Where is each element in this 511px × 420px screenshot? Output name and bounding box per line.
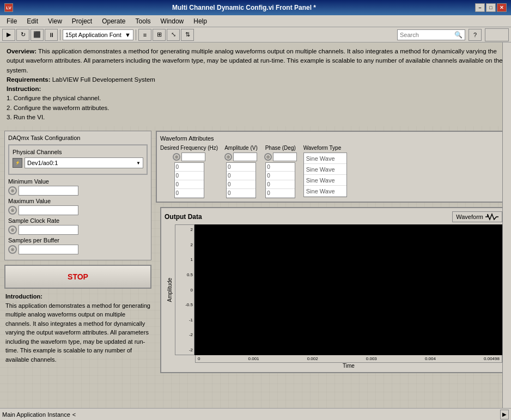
freq-item-3: 0 [175, 189, 204, 198]
chart-outer: Amplitude 2 2 1 0.5 0 -0.5 -1 -2 -2 [165, 224, 502, 369]
scroll-right-btn[interactable]: ▶ [500, 410, 509, 419]
phase-group: Phase (Deg) ◎ 0 0 0 0 0 [264, 145, 297, 198]
max-input-row: ◎ 10.00 [8, 205, 148, 215]
search-icon: 🔍 [454, 31, 463, 39]
title-bar: LV Multi Channel Dynamic Config.vi Front… [0, 0, 511, 15]
samples-buffer-input[interactable]: 1000 [19, 245, 78, 254]
labview-logo [485, 28, 509, 41]
menu-edit[interactable]: Edit [22, 16, 42, 27]
run-continuously-button[interactable]: ↻ [16, 29, 29, 41]
distribute-button[interactable]: ⊞ [153, 29, 166, 41]
waveform-type-item-2: Sine Wave [304, 175, 346, 186]
amp-input[interactable]: 0 [233, 153, 257, 161]
min-knob[interactable]: ◎ [8, 186, 17, 195]
samples-buffer-input-row: ◎ 1000 [8, 245, 148, 254]
x-axis-ticks: 0 0.001 0.002 0.003 0.004 0.00498 [195, 355, 502, 363]
waveform-btn-label: Waveform [456, 214, 483, 220]
menu-file[interactable]: File [2, 16, 21, 27]
toolbar-sep2 [136, 29, 136, 40]
x-tick-3: 0.003 [366, 356, 377, 361]
y-tick-2: 1 [191, 257, 193, 262]
max-value-input[interactable]: 10.00 [19, 205, 78, 215]
freq-input[interactable]: 0 [181, 153, 205, 161]
abort-button[interactable]: ⬛ [31, 29, 44, 41]
freq-knob-row: ◎ 0 [173, 153, 205, 161]
introduction-area: Introduction: This application demonstra… [4, 292, 151, 364]
x-tick-4: 0.004 [425, 356, 436, 361]
font-dropdown-arrow: ▼ [125, 32, 131, 38]
samples-buffer-knob[interactable]: ◎ [8, 245, 17, 254]
waveform-type-list: Sine Wave Sine Wave Sine Wave Sine Wave [303, 153, 347, 197]
waveform-btn[interactable]: Waveform [452, 211, 502, 222]
status-text: Main Application Instance [2, 411, 70, 418]
maximize-button[interactable]: □ [486, 3, 496, 12]
y-tick-0: 2 [191, 227, 193, 232]
toolbar: ▶ ↻ ⬛ ⏸ 15pt Application Font ▼ ≡ ⊞ ⤡ ⇅ … [0, 27, 511, 42]
intro-text: This application demonstrates a method f… [5, 302, 150, 363]
align-button[interactable]: ≡ [138, 29, 151, 41]
freq-item-2: 0 [175, 180, 204, 189]
y-tick-8: -2 [189, 348, 193, 352]
waveform-attrs-row: Desired Frequency (Hz) ◎ 0 0 0 0 0 [160, 145, 502, 198]
channel-dropdown[interactable]: Dev1/ao0:1 ▼ [25, 157, 143, 168]
phase-input[interactable]: 0 [273, 153, 297, 161]
max-knob[interactable]: ◎ [8, 206, 17, 215]
status-bar: Main Application Instance < ▶ [0, 408, 511, 420]
samples-buffer-label: Samples per Buffer [8, 237, 148, 244]
minimize-button[interactable]: – [475, 3, 485, 12]
title-bar-left: LV [4, 3, 13, 12]
run-button[interactable]: ▶ [2, 29, 15, 41]
resize-button[interactable]: ⤡ [167, 29, 180, 41]
stop-button[interactable]: STOP [4, 265, 151, 289]
search-box[interactable]: 🔍 [397, 29, 465, 40]
phase-knob-row: ◎ 0 [264, 153, 297, 161]
menu-operate[interactable]: Operate [98, 16, 130, 27]
freq-knob[interactable]: ◎ [173, 153, 180, 161]
phase-knob[interactable]: ◎ [264, 153, 272, 161]
amp-item-1: 0 [227, 172, 256, 180]
menu-help[interactable]: Help [189, 16, 211, 27]
y-tick-7: -2 [189, 332, 193, 337]
menu-project[interactable]: Project [68, 16, 96, 27]
sample-clock-label: Sample Clock Rate [8, 217, 148, 224]
overview-bold: Overview: This application demonstrates … [7, 48, 503, 74]
waveform-type-item-1: Sine Wave [304, 164, 346, 175]
window-title: Multi Channel Dynamic Config.vi Front Pa… [13, 4, 475, 11]
font-dropdown[interactable]: 15pt Application Font ▼ [63, 29, 133, 40]
freq-label: Desired Frequency (Hz) [160, 145, 218, 151]
reorder-button[interactable]: ⇅ [181, 29, 194, 41]
amp-item-2: 0 [227, 180, 256, 189]
x-tick-1: 0.001 [248, 356, 259, 361]
phase-item-1: 0 [266, 172, 295, 180]
y-tick-5: -0.5 [185, 302, 193, 307]
menu-view[interactable]: View [44, 16, 66, 27]
left-panel: DAQmx Task Configuration Physical Channe… [4, 131, 151, 404]
phase-item-3: 0 [266, 189, 295, 198]
min-value-row: Minimum Value ◎ -10.00 [8, 178, 148, 196]
waveform-type-label: Waveform Type [303, 145, 341, 151]
freq-list: 0 0 0 0 [174, 162, 204, 198]
menu-tools[interactable]: Tools [131, 16, 155, 27]
scrollbar-right[interactable] [502, 42, 511, 408]
instruction-1: 1. Configure the physical channel. [7, 95, 101, 101]
pause-button[interactable]: ⏸ [45, 29, 58, 41]
overview-area: Overview: This application demonstrates … [0, 42, 511, 126]
menu-window[interactable]: Window [156, 16, 188, 27]
intro-label: Introduction: [5, 293, 42, 300]
amplitude-label: Amplitude (V) [224, 145, 258, 151]
search-input[interactable] [400, 32, 454, 38]
amplitude-group: Amplitude (V) ◎ 0 0 0 0 0 [224, 145, 258, 198]
status-arrow[interactable]: < [72, 411, 76, 418]
channel-icon: ⚡ [13, 158, 22, 168]
min-value-input[interactable]: -10.00 [19, 186, 78, 196]
output-data-box: Output Data Waveform Amplitude [160, 207, 507, 373]
toolbar-sep1 [60, 29, 60, 40]
y-tick-6: -1 [189, 318, 193, 322]
sample-clock-input[interactable]: 10000.00 [19, 225, 78, 235]
freq-item-0: 0 [175, 163, 204, 172]
amp-knob[interactable]: ◎ [224, 153, 232, 161]
help-button[interactable]: ? [469, 29, 482, 41]
sample-clock-knob[interactable]: ◎ [8, 226, 17, 234]
x-label-row: Time [165, 363, 502, 369]
close-button[interactable]: ✕ [497, 3, 507, 12]
